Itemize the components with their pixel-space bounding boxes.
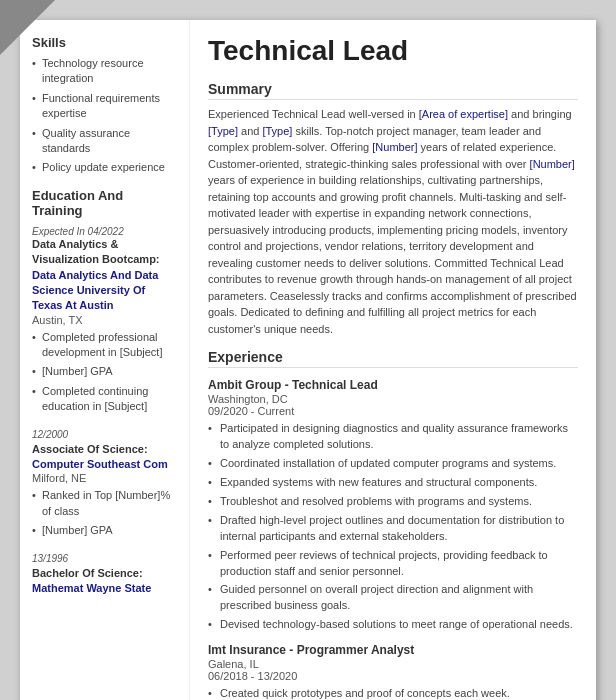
education-section: Education And Training Expected In 04/20… — [32, 188, 177, 597]
job1-company-title: Ambit Group - Technical Lead — [208, 378, 578, 392]
edu-bullets-1: Completed professional development in [S… — [32, 330, 177, 415]
edu-location-2: Milford, NE — [32, 472, 177, 484]
education-title: Education And Training — [32, 188, 177, 218]
summary-section-title: Summary — [208, 81, 578, 100]
list-item: Coordinated installation of updated comp… — [208, 456, 578, 472]
list-item: Quality assurance standards — [32, 126, 177, 157]
list-item: Completed professional development in [S… — [32, 330, 177, 361]
skills-list: Technology resource integration Function… — [32, 56, 177, 176]
job2-bullets: Created quick prototypes and proof of co… — [208, 686, 578, 700]
job1-bullets: Participated in designing diagnostics an… — [208, 421, 578, 633]
list-item: Troubleshot and resolved problems with p… — [208, 494, 578, 510]
sidebar: Skills Technology resource integration F… — [20, 20, 190, 700]
edu-school-3: Mathemat Wayne State — [32, 581, 177, 596]
list-item: Expanded systems with new features and s… — [208, 475, 578, 491]
job2-company-title: Imt Insurance - Programmer Analyst — [208, 643, 578, 657]
edu-program-3: Bachelor Of Science: — [32, 566, 177, 581]
highlight-type2: [Type] — [262, 125, 292, 137]
highlight-type1: [Type] — [208, 125, 238, 137]
edu-date-3: 13/1996 — [32, 553, 177, 564]
job1-dates: 09/2020 - Current — [208, 405, 578, 417]
list-item: Devised technology-based solutions to me… — [208, 617, 578, 633]
highlight-area: [Area of expertise] — [419, 108, 508, 120]
edu-school-2: Computer Southeast Com — [32, 457, 177, 472]
job2-dates: 06/2018 - 13/2020 — [208, 670, 578, 682]
job1-location: Washington, DC — [208, 393, 578, 405]
list-item: Ranked in Top [Number]% of class — [32, 488, 177, 519]
edu-expected-1: Expected In 04/2022 — [32, 226, 177, 237]
list-item: Drafted high-level project outlines and … — [208, 513, 578, 545]
resume-name: Technical Lead — [208, 35, 578, 67]
list-item: Performed peer reviews of technical proj… — [208, 548, 578, 580]
resume-container: Skills Technology resource integration F… — [20, 20, 596, 700]
list-item: Policy update experience — [32, 160, 177, 175]
edu-date-2: 12/2000 — [32, 429, 177, 440]
list-item: Participated in designing diagnostics an… — [208, 421, 578, 453]
edu-school-1: Data Analytics And Data Science Universi… — [32, 268, 177, 314]
main-content: Technical Lead Summary Experienced Techn… — [190, 20, 596, 700]
edu-program-2: Associate Of Science: — [32, 442, 177, 457]
job-entry-1: Ambit Group - Technical Lead Washington,… — [208, 378, 578, 633]
page-wrapper: Skills Technology resource integration F… — [0, 0, 616, 700]
experience-section-title: Experience — [208, 349, 578, 368]
education-entry-2: 12/2000 Associate Of Science: Computer S… — [32, 429, 177, 539]
list-item: Technology resource integration — [32, 56, 177, 87]
job2-location: Galena, IL — [208, 658, 578, 670]
list-item: [Number] GPA — [32, 523, 177, 538]
list-item: Completed continuing education in [Subje… — [32, 384, 177, 415]
highlight-number2: [Number] — [530, 158, 575, 170]
summary-text: Experienced Technical Lead well-versed i… — [208, 106, 578, 337]
edu-bullets-2: Ranked in Top [Number]% of class [Number… — [32, 488, 177, 538]
highlight-number1: [Number] — [372, 141, 417, 153]
list-item: [Number] GPA — [32, 364, 177, 379]
corner-accent — [0, 0, 55, 55]
education-entry-3: 13/1996 Bachelor Of Science: Mathemat Wa… — [32, 553, 177, 597]
list-item: Guided personnel on overall project dire… — [208, 582, 578, 614]
job-entry-2: Imt Insurance - Programmer Analyst Galen… — [208, 643, 578, 700]
edu-location-1: Austin, TX — [32, 314, 177, 326]
edu-program-1: Data Analytics & Visualization Bootcamp: — [32, 237, 177, 268]
education-entry-1: Expected In 04/2022 Data Analytics & Vis… — [32, 226, 177, 415]
list-item: Functional requirements expertise — [32, 91, 177, 122]
list-item: Created quick prototypes and proof of co… — [208, 686, 578, 700]
